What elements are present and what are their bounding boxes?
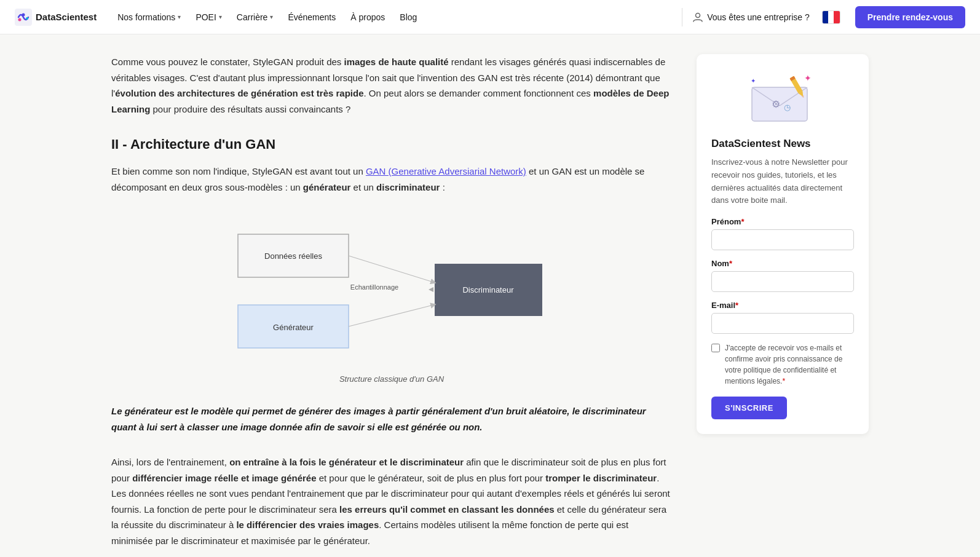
nav-evenements-label: Événements (288, 12, 336, 22)
checkbox-required: * (782, 377, 785, 385)
newsletter-illustration: ✦ ✦ ⚙ ◷ (746, 72, 820, 127)
flag-white (828, 11, 834, 23)
chevron-down-icon: ▾ (178, 14, 181, 20)
section-intro: Et bien comme son nom l'indique, StyleGA… (111, 164, 672, 195)
nav-blog[interactable]: Blog (393, 9, 423, 26)
enterprise-label: Vous êtes une entreprise ? (707, 12, 810, 22)
quote-block: Le générateur est le modèle qui permet d… (111, 403, 672, 435)
flag-red (834, 11, 839, 23)
svg-text:✦: ✦ (804, 73, 812, 83)
nom-input[interactable] (711, 271, 854, 292)
nav-nos-formations[interactable]: Nos formations ▾ (111, 9, 187, 26)
sidebar-card: ✦ ✦ ⚙ ◷ DataScientest News Inscrivez-vou… (697, 54, 869, 434)
email-input[interactable] (711, 313, 854, 334)
gan-link[interactable]: GAN (Generative Adversiarial Network) (366, 166, 526, 176)
sidebar-illustration: ✦ ✦ ⚙ ◷ (711, 69, 854, 130)
arrow-donnees-discriminateur (349, 256, 433, 282)
box-discriminateur-label: Discriminateur (462, 285, 514, 294)
flag-blue (823, 11, 828, 23)
nav-poei[interactable]: POEI ▾ (189, 9, 227, 26)
enterprise-icon (692, 12, 703, 23)
subscribe-button[interactable]: S'INSCRIRE (711, 397, 787, 419)
svg-point-2 (22, 13, 25, 16)
diagram-caption: Structure classique d'un GAN (339, 374, 444, 384)
checkbox-label: J'accepte de recevoir vos e-mails et con… (725, 342, 854, 387)
nom-label: Nom* (711, 259, 854, 268)
email-required: * (735, 301, 738, 310)
arrow-generateur-discriminateur (349, 305, 433, 326)
svg-text:◷: ◷ (784, 103, 791, 112)
svg-point-1 (18, 18, 22, 21)
gan-diagram-container: Données réelles Générateur Discriminateu… (111, 210, 672, 384)
nav-carriere-label: Carrière (237, 12, 268, 22)
nav-items: Nos formations ▾ POEI ▾ Carrière ▾ Événe… (111, 9, 672, 26)
intro-paragraph: Comme vous pouvez le constater, StyleGAN… (111, 54, 672, 117)
sidebar-title: DataScientest News (711, 138, 854, 150)
nav-evenements[interactable]: Événements (282, 9, 342, 26)
cta-rendez-vous-button[interactable]: Prendre rendez-vous (855, 6, 965, 28)
prenom-input[interactable] (711, 229, 854, 250)
email-label: E-mail* (711, 301, 854, 310)
svg-point-4 (696, 13, 700, 17)
svg-text:✦: ✦ (751, 77, 756, 84)
navbar: DataScientest Nos formations ▾ POEI ▾ Ca… (0, 0, 980, 34)
section-heading: II - Architecture d'un GAN (111, 136, 672, 152)
checkbox-row: J'accepte de recevoir vos e-mails et con… (711, 342, 854, 387)
logo-icon (15, 9, 32, 26)
prenom-label: Prénom* (711, 217, 854, 226)
echantillonnage-label: Echantillonnage (350, 283, 398, 291)
logo[interactable]: DataScientest (15, 9, 97, 26)
nav-poei-label: POEI (196, 12, 216, 22)
nom-required: * (729, 259, 732, 268)
logo-text: DataScientest (36, 12, 97, 22)
echantillonnage-arrow (429, 287, 433, 292)
quote-text: Le générateur est le modèle qui permet d… (111, 406, 646, 432)
nav-apropos[interactable]: À propos (344, 9, 391, 26)
chevron-down-icon: ▾ (219, 14, 222, 20)
nav-carriere[interactable]: Carrière ▾ (231, 9, 280, 26)
newsletter-form: Prénom* Nom* E-mail* J'accepte de recevo… (711, 217, 854, 419)
svg-point-3 (26, 17, 28, 20)
page-layout: Comme vous pouvez le constater, StyleGAN… (97, 34, 883, 557)
body-paragraph: Ainsi, lors de l'entrainement, on entraî… (111, 454, 672, 548)
nav-enterprise[interactable]: Vous êtes une entreprise ? (692, 12, 810, 23)
prenom-required: * (741, 217, 744, 226)
consent-checkbox[interactable] (711, 344, 720, 352)
sidebar-description: Inscrivez-vous à notre Newsletter pour r… (711, 156, 854, 207)
chevron-down-icon: ▾ (270, 14, 273, 20)
nav-nos-formations-label: Nos formations (117, 12, 175, 22)
france-flag[interactable] (822, 10, 840, 24)
box-donnees-label: Données réelles (264, 251, 322, 261)
sidebar: ✦ ✦ ⚙ ◷ DataScientest News Inscrivez-vou… (697, 54, 869, 557)
gan-diagram: Données réelles Générateur Discriminateu… (219, 210, 564, 369)
box-generateur-label: Générateur (273, 323, 314, 332)
svg-text:⚙: ⚙ (772, 99, 780, 109)
nav-blog-label: Blog (400, 12, 417, 22)
nav-divider (682, 8, 682, 26)
nav-apropos-label: À propos (350, 12, 385, 22)
main-content: Comme vous pouvez le constater, StyleGAN… (111, 54, 672, 557)
